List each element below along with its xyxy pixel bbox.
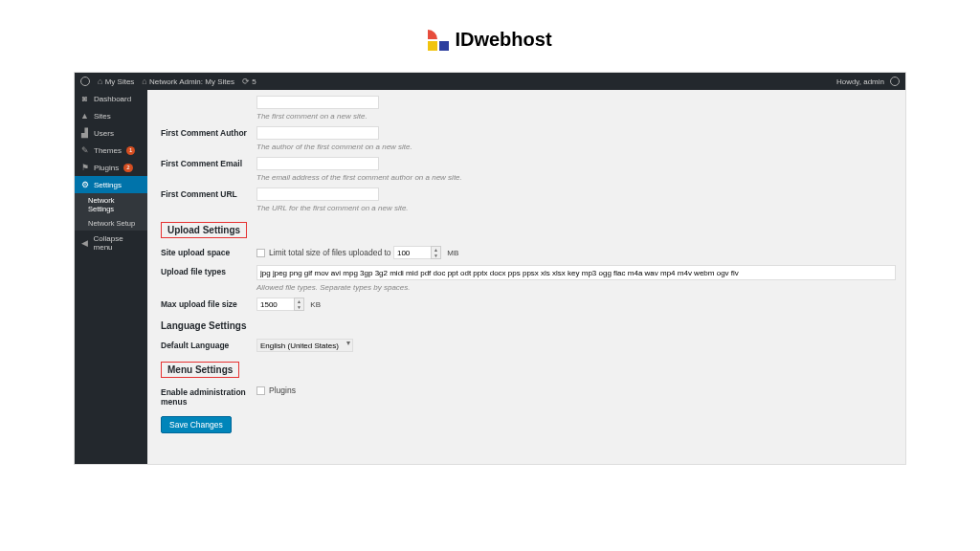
howdy-text[interactable]: Howdy, admin [836, 77, 884, 86]
site-upload-space-label: Site upload space [161, 246, 256, 257]
sidebar-item-themes[interactable]: ✎Themes1 [75, 142, 147, 159]
enable-admin-menus-label: Enable administration menus [161, 386, 256, 407]
first-url-hint: The URL for the first comment on a new s… [256, 204, 896, 212]
dashboard-icon: ◙ [80, 94, 89, 103]
themes-badge: 1 [126, 146, 135, 155]
sites-icon: ▲ [80, 111, 89, 121]
language-settings-heading: Language Settings [161, 320, 896, 331]
save-changes-button[interactable]: Save Changes [161, 416, 232, 433]
updates-link[interactable]: ⟳ 5 [242, 77, 256, 86]
upload-file-types-input[interactable] [256, 265, 896, 280]
first-author-hint: The author of the first comment on a new… [256, 143, 896, 151]
first-comment-input[interactable] [256, 96, 379, 109]
limit-size-text: Limit total size of files uploaded to [269, 248, 391, 257]
screenshot-frame: ⌂ My Sites ⌂ Network Admin: My Sites ⟳ 5… [74, 72, 906, 465]
max-upload-spinner[interactable]: ▲▼ [294, 298, 304, 311]
plugins-icon: ⚑ [80, 163, 89, 172]
max-upload-label: Max upload file size [161, 298, 256, 309]
brand-text: IDwebhost [455, 29, 551, 51]
upload-settings-heading: Upload Settings [161, 222, 896, 238]
plugins-badge: 2 [123, 164, 132, 172]
my-sites-link[interactable]: ⌂ My Sites [98, 77, 134, 86]
users-icon: ▟ [80, 128, 89, 138]
plugins-checkbox[interactable] [256, 386, 265, 395]
first-url-label: First Comment URL [161, 187, 256, 199]
first-email-input[interactable] [256, 157, 379, 170]
sidebar-item-sites[interactable]: ▲Sites [75, 107, 147, 124]
plugins-checkbox-label: Plugins [269, 386, 296, 395]
limit-size-checkbox[interactable] [256, 249, 265, 257]
first-author-label: First Comment Author [161, 126, 256, 138]
admin-bar-right: Howdy, admin [836, 77, 900, 86]
default-language-label: Default Language [161, 339, 256, 350]
brand-logo-icon [428, 30, 449, 51]
first-author-input[interactable] [256, 126, 379, 140]
avatar-icon[interactable] [890, 77, 900, 86]
upload-file-types-hint: Allowed file types. Separate types by sp… [256, 283, 896, 292]
default-language-select[interactable]: English (United States) [256, 339, 353, 352]
sidebar-item-plugins[interactable]: ⚑Plugins2 [75, 159, 147, 176]
settings-form: The first comment on a new site. First C… [147, 90, 905, 464]
sidebar-collapse[interactable]: ◀Collapse menu [75, 231, 147, 255]
first-url-input[interactable] [256, 187, 379, 201]
themes-icon: ✎ [80, 145, 89, 155]
first-email-hint: The email address of the first comment a… [256, 173, 896, 182]
sidebar-item-users[interactable]: ▟Users [75, 124, 147, 142]
max-upload-input[interactable] [256, 298, 295, 311]
limit-size-spinner[interactable]: ▲▼ [431, 246, 441, 259]
admin-bar: ⌂ My Sites ⌂ Network Admin: My Sites ⟳ 5… [75, 73, 905, 90]
wordpress-icon[interactable] [80, 77, 90, 86]
upload-file-types-label: Upload file types [161, 265, 256, 276]
limit-size-unit: MB [447, 249, 458, 257]
sidebar-sub-network-setup[interactable]: Network Setup [75, 216, 147, 231]
admin-sidebar: ◙Dashboard ▲Sites ▟Users ✎Themes1 ⚑Plugi… [75, 90, 147, 464]
first-email-label: First Comment Email [161, 157, 256, 168]
limit-size-input[interactable] [393, 246, 432, 259]
sidebar-item-settings[interactable]: ⚙Settings [75, 176, 147, 193]
network-admin-link[interactable]: ⌂ Network Admin: My Sites [142, 77, 234, 86]
sidebar-sub-network-settings[interactable]: Network Settings [75, 193, 147, 216]
collapse-icon: ◀ [80, 238, 89, 248]
sidebar-item-dashboard[interactable]: ◙Dashboard [75, 90, 147, 107]
first-comment-hint: The first comment on a new site. [256, 112, 896, 121]
settings-icon: ⚙ [80, 180, 89, 189]
menu-settings-heading: Menu Settings [161, 362, 896, 378]
admin-bar-left: ⌂ My Sites ⌂ Network Admin: My Sites ⟳ 5 [80, 77, 256, 86]
max-upload-unit: KB [310, 300, 321, 309]
brand-header: IDwebhost [0, 0, 980, 72]
